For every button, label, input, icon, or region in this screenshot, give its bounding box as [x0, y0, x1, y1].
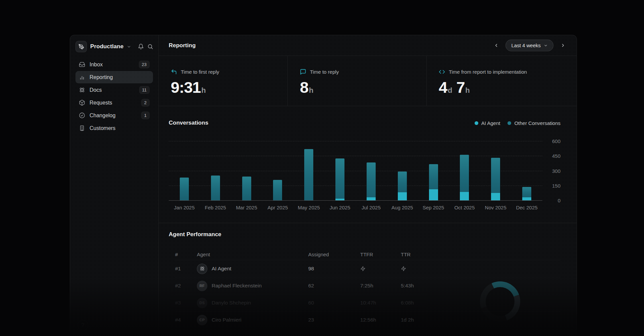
avatar: RF: [197, 281, 207, 291]
bar-chart-icon: [79, 74, 85, 80]
table-header-row: # Agent Assigned TTFR TTR: [175, 249, 560, 260]
agent-name: Raphael Fleckenstein: [212, 283, 262, 289]
table-row-ai-agent[interactable]: #1 AI Agent 98: [175, 260, 560, 277]
lightning-icon: [401, 266, 560, 271]
y-tick-300: 300: [552, 168, 560, 174]
legend-label: AI Agent: [481, 120, 500, 126]
legend-item-other-conversations[interactable]: Other Conversations: [507, 120, 560, 126]
col-rank: #: [175, 252, 197, 257]
chat-bubble-icon: [300, 69, 306, 75]
cube-icon: [79, 99, 85, 106]
sidebar-item-reporting[interactable]: Reporting: [75, 71, 153, 83]
bar-mar-2025[interactable]: [242, 177, 251, 200]
building-icon: [79, 125, 85, 131]
col-ttr: TTR: [401, 252, 560, 257]
conversations-title: Conversations: [169, 120, 208, 126]
sidebar-item-changelog[interactable]: Changelog 1: [75, 109, 153, 122]
docs-count-badge: 11: [139, 86, 150, 94]
bar-jun-2025[interactable]: [335, 158, 344, 200]
x-label-jan-2025: Jan 2025: [169, 205, 200, 210]
table-row[interactable]: #3 DS Danylo Shchepin 60 10:47h 6:08h: [175, 294, 560, 311]
conversations-chart: Jan 2025Feb 2025Mar 2025Apr 2025May 2025…: [169, 138, 560, 210]
metric-label: Time to first reply: [181, 69, 219, 75]
workspace-name: Productlane: [90, 43, 123, 50]
gridline-0: [169, 200, 542, 201]
page-title: Reporting: [169, 42, 196, 49]
bar-feb-2025[interactable]: [211, 176, 220, 200]
bar-jan-2025[interactable]: [180, 178, 189, 200]
metric-value: 4d7h: [439, 79, 577, 95]
help-button[interactable]: ?: [77, 320, 88, 331]
x-label-aug-2025: Aug 2025: [387, 205, 418, 210]
bar-dec-2025[interactable]: [522, 187, 531, 200]
chart-xlabels: Jan 2025Feb 2025Mar 2025Apr 2025May 2025…: [169, 205, 542, 210]
lightning-icon: [360, 266, 401, 271]
x-label-dec-2025: Dec 2025: [511, 205, 542, 210]
ai-agent-avatar: [197, 264, 207, 274]
metric-label: Time from report to implementation: [449, 69, 527, 75]
sidebar-item-label: Reporting: [90, 74, 113, 80]
bar-aug-2025[interactable]: [398, 172, 407, 200]
x-label-oct-2025: Oct 2025: [449, 205, 480, 210]
sidebar: Productlane Inbox 23 Reporting: [70, 35, 159, 336]
changelog-count-badge: 1: [141, 112, 150, 119]
sidebar-item-customers[interactable]: Customers: [75, 122, 153, 134]
main-content: Reporting Last 4 weeks: [159, 35, 577, 336]
avatar: CP: [197, 315, 207, 325]
gridline-450: [169, 156, 542, 156]
agent-performance-title: Agent Performance: [169, 231, 221, 238]
legend-label: Other Conversations: [514, 120, 560, 126]
bar-may-2025[interactable]: [304, 149, 313, 200]
bar-oct-2025[interactable]: [460, 155, 469, 200]
sidebar-item-label: Customers: [90, 125, 115, 131]
sidebar-item-label: Changelog: [90, 113, 115, 119]
x-label-mar-2025: Mar 2025: [231, 205, 262, 210]
app-window: Productlane Inbox 23 Reporting: [70, 35, 577, 336]
y-tick-600: 600: [552, 138, 560, 144]
col-ttfr: TTFR: [360, 252, 401, 257]
metrics-row: Time to first reply 9:31h Time to reply …: [159, 56, 577, 106]
requests-count-badge: 2: [141, 99, 150, 107]
bar-jul-2025[interactable]: [367, 162, 376, 200]
metric-time-to-reply: Time to reply 8h: [287, 56, 426, 106]
x-label-may-2025: May 2025: [293, 205, 324, 210]
sidebar-item-label: Requests: [90, 100, 112, 106]
table-row[interactable]: #4 CP Ciro Palmieri 23 12:56h 1d 2h: [175, 311, 560, 328]
atom-icon: [79, 87, 85, 93]
agent-name: Danylo Shchepin: [212, 300, 251, 306]
search-icon[interactable]: [147, 43, 153, 51]
conversations-section: Conversations AI Agent Other Conversatio…: [159, 106, 577, 223]
productlane-logo-icon: [75, 41, 87, 52]
bar-nov-2025[interactable]: [491, 158, 500, 200]
chevron-down-icon: [127, 45, 131, 49]
y-tick-0: 0: [558, 198, 560, 203]
x-label-jul-2025: Jul 2025: [356, 205, 387, 210]
x-label-sep-2025: Sep 2025: [418, 205, 449, 210]
date-range-dropdown[interactable]: Last 4 weeks: [505, 40, 553, 51]
gridline-600: [169, 141, 542, 141]
y-tick-150: 150: [552, 183, 560, 188]
sidebar-nav: Inbox 23 Reporting Docs 11 Requests 2 Ch…: [75, 58, 153, 134]
chart-plot: [169, 138, 542, 200]
legend-item-ai-agent[interactable]: AI Agent: [475, 120, 500, 126]
chart-ylabels: 6004503001500: [542, 138, 560, 200]
sidebar-item-requests[interactable]: Requests 2: [75, 96, 153, 109]
gridline-150: [169, 186, 542, 186]
notifications-bell-icon[interactable]: [138, 43, 144, 51]
chevron-left-icon[interactable]: [491, 41, 501, 51]
x-label-feb-2025: Feb 2025: [200, 205, 231, 210]
bar-sep-2025[interactable]: [429, 164, 438, 200]
sidebar-item-label: Inbox: [90, 62, 103, 68]
agent-name: Ciro Palmieri: [212, 317, 241, 323]
sidebar-item-docs[interactable]: Docs 11: [75, 84, 153, 96]
bar-apr-2025[interactable]: [273, 180, 282, 200]
inbox-icon: [79, 61, 85, 68]
workspace-switcher[interactable]: Productlane: [75, 40, 153, 58]
chevron-right-icon[interactable]: [558, 41, 568, 51]
metric-value: 8h: [300, 79, 426, 95]
date-range-label: Last 4 weeks: [511, 43, 541, 48]
sidebar-item-inbox[interactable]: Inbox 23: [75, 58, 153, 71]
table-row[interactable]: #2 RF Raphael Fleckenstein 62 7:25h 5:43…: [175, 277, 560, 294]
x-label-apr-2025: Apr 2025: [262, 205, 293, 210]
y-tick-450: 450: [552, 153, 560, 159]
